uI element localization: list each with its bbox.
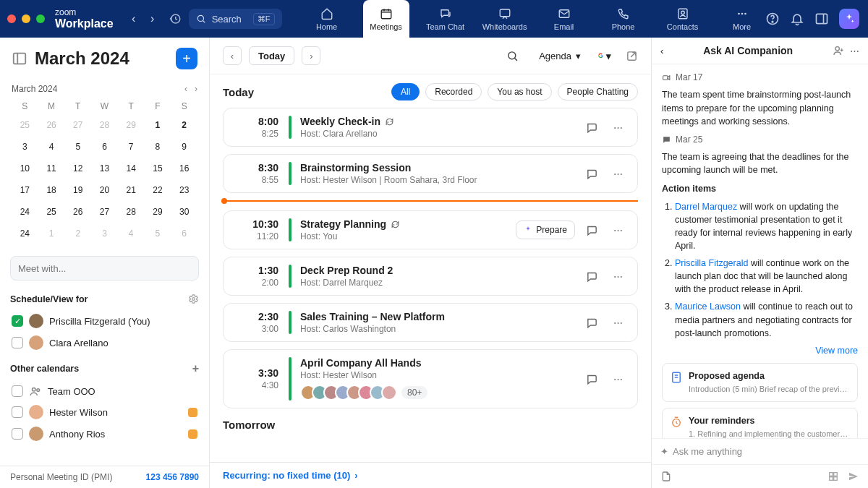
mini-day[interactable]: 30: [175, 202, 194, 221]
mini-day[interactable]: 15: [148, 159, 167, 178]
mini-day[interactable]: 21: [122, 181, 140, 200]
close-window[interactable]: [7, 14, 16, 23]
event-card[interactable]: 2:303:00Sales Training – New PlatformHos…: [223, 303, 638, 342]
mini-day[interactable]: 10: [15, 159, 34, 178]
help-icon[interactable]: [765, 12, 780, 26]
checkbox-icon[interactable]: ✓: [12, 315, 23, 327]
mini-day[interactable]: 14: [122, 159, 140, 178]
prev-day-button[interactable]: ‹: [223, 46, 242, 65]
mini-day[interactable]: 3: [95, 224, 114, 243]
meet-with-input[interactable]: [10, 256, 199, 281]
file-icon[interactable]: [660, 471, 672, 482]
tab-whiteboards[interactable]: Whiteboards: [482, 0, 528, 38]
filter-all[interactable]: All: [391, 83, 420, 100]
mini-day[interactable]: 23: [175, 181, 194, 200]
tab-meetings[interactable]: Meetings: [363, 0, 409, 38]
tab-home[interactable]: Home: [304, 0, 350, 38]
view-more-link[interactable]: View more: [662, 344, 858, 357]
recurring-link[interactable]: Recurring: no fixed time (10) ›: [223, 470, 358, 481]
mini-prev[interactable]: ‹: [184, 84, 187, 94]
other-calendar-row[interactable]: Anthony Rios: [10, 423, 199, 445]
checkbox-icon[interactable]: [12, 385, 23, 397]
prepare-button[interactable]: Prepare: [516, 221, 575, 239]
open-external-icon[interactable]: [626, 50, 638, 62]
mini-day[interactable]: 19: [69, 181, 88, 200]
event-card[interactable]: 8:008:25Weekly Check-in Host: Clara Arel…: [223, 108, 638, 147]
event-more-button[interactable]: ⋯: [608, 369, 627, 388]
ai-input[interactable]: ✦ Ask me anything: [652, 438, 868, 464]
mini-day[interactable]: 24: [15, 224, 34, 243]
view-selector[interactable]: Agenda ▾: [539, 51, 581, 61]
tab-phone[interactable]: Phone: [600, 0, 647, 38]
person-add-icon[interactable]: [833, 45, 844, 56]
chat-button[interactable]: [582, 221, 601, 239]
filter-you-host[interactable]: You as host: [488, 83, 551, 100]
mini-day[interactable]: 8: [148, 137, 167, 156]
chat-button[interactable]: [582, 313, 601, 332]
mini-day[interactable]: 17: [15, 181, 34, 200]
mini-day[interactable]: 11: [42, 159, 61, 178]
mini-day[interactable]: 27: [95, 202, 114, 221]
back-button[interactable]: ‹: [125, 10, 142, 27]
history-icon[interactable]: [169, 12, 182, 25]
mini-day[interactable]: 18: [42, 181, 61, 200]
maximize-window[interactable]: [36, 14, 45, 23]
send-icon[interactable]: [848, 471, 859, 482]
mini-day[interactable]: 6: [95, 137, 114, 156]
mini-day[interactable]: 2: [175, 116, 194, 134]
event-more-button[interactable]: ⋯: [608, 118, 627, 137]
chat-button[interactable]: [582, 164, 601, 183]
mini-day[interactable]: 22: [148, 181, 167, 200]
person-link[interactable]: Maurice Lawson: [675, 301, 741, 312]
minimize-window[interactable]: [22, 14, 30, 23]
other-calendar-row[interactable]: Team OOO: [10, 381, 199, 401]
schedule-view-row[interactable]: ✓ Priscilla Fitzgerald (You): [10, 310, 199, 332]
mini-day[interactable]: 20: [95, 181, 114, 200]
schedule-view-row[interactable]: Clara Arellano: [10, 332, 199, 354]
mini-day[interactable]: 4: [122, 224, 140, 243]
back-icon[interactable]: ‹: [660, 46, 663, 56]
mini-day[interactable]: 29: [122, 116, 140, 134]
add-event-button[interactable]: +: [176, 48, 197, 69]
event-more-button[interactable]: ⋯: [608, 313, 627, 332]
event-card[interactable]: 1:302:00Deck Prep Round 2Host: Darrel Ma…: [223, 257, 638, 296]
mini-day[interactable]: 13: [95, 159, 114, 178]
google-account-selector[interactable]: ▾: [598, 49, 611, 62]
filter-recorded[interactable]: Recorded: [425, 83, 482, 100]
person-link[interactable]: Priscilla Fitzgerald: [675, 258, 748, 268]
ai-companion-button[interactable]: [839, 9, 859, 29]
mini-day[interactable]: 25: [15, 116, 34, 134]
mini-next[interactable]: ›: [195, 84, 197, 94]
search-box[interactable]: Search ⌘F: [189, 9, 282, 29]
checkbox-icon[interactable]: [12, 406, 23, 418]
gear-icon[interactable]: [188, 294, 199, 304]
sidebar-toggle-icon[interactable]: [12, 51, 27, 67]
mini-day[interactable]: 16: [175, 159, 194, 178]
tab-team-chat[interactable]: Team Chat: [422, 0, 469, 38]
pmi-value[interactable]: 123 456 7890: [146, 472, 199, 482]
mini-day[interactable]: 5: [148, 224, 167, 243]
mini-day[interactable]: 24: [15, 202, 34, 221]
event-more-button[interactable]: ⋯: [608, 164, 627, 183]
mini-day[interactable]: 27: [69, 116, 88, 134]
bell-icon[interactable]: [790, 12, 804, 26]
today-button[interactable]: Today: [249, 46, 294, 65]
mini-day[interactable]: 26: [42, 116, 61, 134]
next-day-button[interactable]: ›: [302, 46, 320, 65]
mini-day[interactable]: 26: [69, 202, 88, 221]
tab-more[interactable]: More: [719, 0, 765, 38]
tab-contacts[interactable]: Contacts: [660, 0, 706, 38]
checkbox-icon[interactable]: [12, 428, 23, 440]
panel-icon[interactable]: [814, 12, 829, 26]
event-more-button[interactable]: ⋯: [608, 221, 627, 239]
more-icon[interactable]: ⋯: [850, 46, 859, 56]
mini-day[interactable]: 1: [42, 224, 61, 243]
mini-day[interactable]: 2: [69, 224, 88, 243]
mini-day[interactable]: 6: [175, 224, 194, 243]
event-card[interactable]: 8:308:55Brainstorming SessionHost: Heste…: [223, 154, 638, 193]
mini-day[interactable]: 28: [95, 116, 114, 134]
mini-day[interactable]: 29: [148, 202, 167, 221]
search-icon[interactable]: [506, 50, 519, 62]
mini-day[interactable]: 28: [122, 202, 140, 221]
event-more-button[interactable]: ⋯: [608, 267, 627, 286]
